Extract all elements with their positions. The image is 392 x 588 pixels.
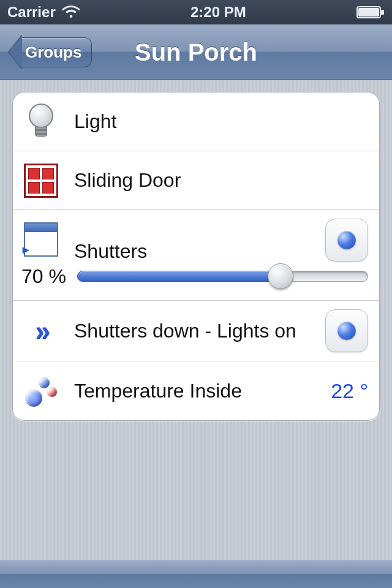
svg-rect-2 [381,10,384,15]
content-area: Light Sliding Door ▸ Shutters 70 % [0,80,392,560]
status-dot-icon [337,322,356,340]
door-icon [21,161,61,200]
clock-label: 2:20 PM [190,4,246,21]
shutters-percent-label: 70 % [21,265,66,288]
page-title: Sun Porch [135,39,257,66]
back-button[interactable]: Groups [9,35,92,69]
scene-status-button[interactable] [325,309,368,352]
carrier-label: Carrier [7,4,56,21]
battery-icon [356,6,385,18]
shutters-slider[interactable] [77,270,368,283]
status-dot-icon [337,231,356,249]
row-scene[interactable]: » Shutters down - Lights on [13,301,379,361]
row-label: Sliding Door [74,169,181,192]
slider-thumb[interactable] [268,263,293,289]
temperature-icon [21,371,61,410]
row-temperature[interactable]: Temperature Inside 22 ° [13,361,379,420]
back-button-label: Groups [25,43,81,61]
device-list: Light Sliding Door ▸ Shutters 70 % [12,92,380,421]
bottom-bar [0,560,392,588]
svg-rect-1 [358,8,379,17]
nav-bar: Groups Sun Porch [0,24,392,80]
scene-icon: » [21,311,61,350]
row-label: Shutters down - Lights on [74,320,296,342]
row-light[interactable]: Light [13,92,379,151]
wifi-icon [62,6,80,19]
row-shutters: ▸ Shutters 70 % [13,210,379,301]
shutter-icon: ▸ [21,220,61,259]
row-label: Light [74,110,116,133]
status-bar: Carrier 2:20 PM [0,0,392,24]
lightbulb-icon [21,102,61,141]
row-label: Shutters [74,240,147,263]
shutters-status-button[interactable] [325,219,368,262]
temperature-value: 22 ° [331,379,368,403]
chevron-left-icon [9,35,22,69]
row-label: Temperature Inside [74,380,242,402]
row-sliding-door[interactable]: Sliding Door [13,151,379,210]
